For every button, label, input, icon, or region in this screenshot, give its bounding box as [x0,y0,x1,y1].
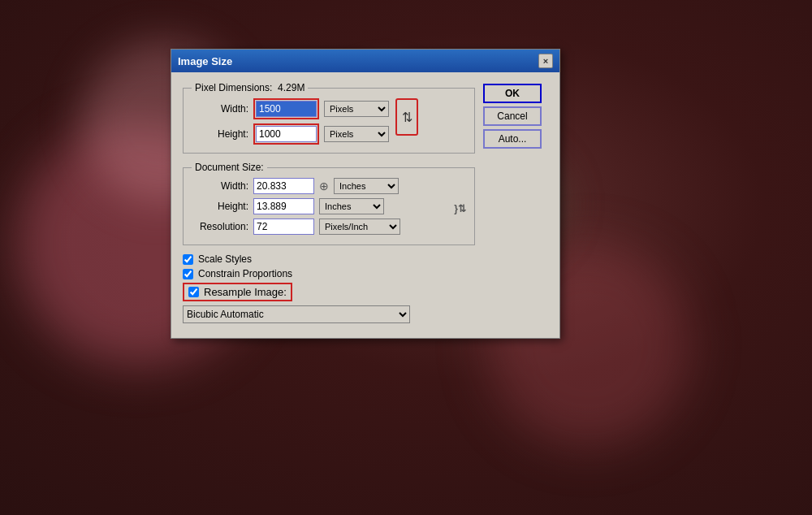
dialog-body: Pixel Dimensions: 4.29M Width: [171,72,559,338]
dialog-titlebar: Image Size × [171,50,559,72]
document-size-fieldset: Document Size: Width: ⊕ Inches cm mm [183,162,475,245]
doc-height-label: Height: [192,201,248,212]
doc-width-label: Width: [192,180,248,192]
pixel-width-unit-select[interactable]: Pixels Percent [324,101,389,117]
scale-styles-checkbox[interactable] [183,254,193,265]
cancel-button[interactable]: Cancel [483,106,542,126]
doc-height-row: Height: Inches cm mm Pixels [192,198,451,214]
pixel-width-row: Width: Pixels Percent [192,98,389,119]
doc-height-input[interactable] [253,198,314,214]
resample-dropdown[interactable]: Bicubic Automatic Bicubic Bilinear Neare… [183,305,410,323]
resample-image-label: Resample Image: [204,286,287,298]
checkbox-section: Scale Styles Constrain Proportions Resam… [183,253,475,323]
doc-fields: Width: ⊕ Inches cm mm Pixels [192,178,451,235]
dialog-left-panel: Pixel Dimensions: 4.29M Width: [183,82,475,328]
doc-width-row: Width: ⊕ Inches cm mm Pixels [192,178,451,194]
constrain-proportions-row: Constrain Proportions [183,268,475,279]
resolution-input[interactable] [253,219,314,235]
constrain-proportions-label: Constrain Proportions [198,268,292,279]
pixel-link-button[interactable]: ⇅ [395,98,418,136]
ok-button[interactable]: OK [483,84,542,103]
close-button[interactable]: × [538,54,553,68]
pixel-height-unit-select[interactable]: Pixels Percent [324,126,389,142]
pixel-height-row: Height: Pixels Percent [192,123,389,145]
doc-link-bracket: }⇅ [454,178,466,236]
constrain-proportions-checkbox[interactable] [183,269,193,279]
resolution-row: Resolution: Pixels/Inch Pixels/cm [192,219,451,235]
image-size-dialog: Image Size × Pixel Dimensions: 4.29M Wid… [171,49,560,339]
pixel-dimensions-legend: Pixel Dimensions: 4.29M [192,82,308,93]
resolution-label: Resolution: [192,221,248,232]
bracket-icon: }⇅ [454,203,466,214]
doc-width-unit-select[interactable]: Inches cm mm Pixels [334,178,399,194]
scale-styles-label: Scale Styles [198,253,252,265]
crosshair-icon: ⊕ [319,180,329,193]
dialog-buttons-panel: OK Cancel Auto... [483,82,548,328]
pixel-width-input[interactable] [256,101,317,117]
pixel-dimensions-fieldset: Pixel Dimensions: 4.29M Width: [183,82,475,154]
resolution-unit-select[interactable]: Pixels/Inch Pixels/cm [319,219,400,235]
link-icon: ⇅ [402,110,412,125]
resample-dropdown-row: Bicubic Automatic Bicubic Bilinear Neare… [183,305,475,323]
pixel-height-label: Height: [192,128,248,140]
doc-width-input[interactable] [253,178,314,194]
pixel-height-input[interactable] [256,126,317,142]
resample-image-row: Resample Image: [183,283,292,301]
document-size-legend: Document Size: [192,162,267,173]
pixel-fields: Width: Pixels Percent Height: [192,98,389,145]
pixel-width-label: Width: [192,103,248,115]
doc-height-unit-select[interactable]: Inches cm mm Pixels [319,198,384,214]
scale-styles-row: Scale Styles [183,253,475,265]
dialog-title: Image Size [178,55,232,67]
resample-image-checkbox[interactable] [188,287,199,297]
auto-button[interactable]: Auto... [483,129,542,149]
